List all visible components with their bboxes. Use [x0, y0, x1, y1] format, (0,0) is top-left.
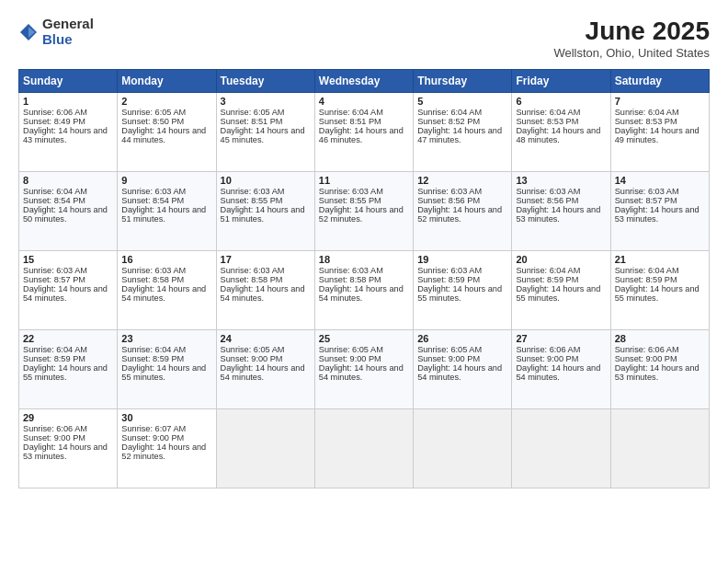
daylight-label: Daylight: 14 hours and 55 minutes. — [23, 363, 108, 382]
sunset-label: Sunset: 9:00 PM — [615, 354, 677, 363]
calendar-day-cell: 29Sunrise: 6:06 AMSunset: 9:00 PMDayligh… — [19, 409, 118, 488]
calendar-day-cell: 5Sunrise: 6:04 AMSunset: 8:52 PMDaylight… — [414, 93, 512, 172]
day-number: 2 — [121, 96, 211, 107]
daylight-label: Daylight: 14 hours and 53 minutes. — [615, 363, 700, 382]
sunrise-label: Sunrise: 6:04 AM — [319, 108, 383, 117]
daylight-label: Daylight: 14 hours and 54 minutes. — [516, 363, 600, 382]
day-number: 7 — [615, 96, 705, 107]
sunset-label: Sunset: 8:50 PM — [121, 117, 184, 126]
logo: General Blue — [18, 17, 94, 47]
calendar-day-cell: 7Sunrise: 6:04 AMSunset: 8:53 PMDaylight… — [610, 93, 709, 172]
calendar-day-cell — [512, 409, 610, 488]
title-block: June 2025 Wellston, Ohio, United States — [553, 17, 710, 60]
daylight-label: Daylight: 14 hours and 54 minutes. — [221, 363, 305, 382]
sunset-label: Sunset: 8:58 PM — [121, 275, 184, 284]
day-number: 1 — [23, 96, 113, 107]
daylight-label: Daylight: 14 hours and 48 minutes. — [516, 126, 600, 144]
sunset-label: Sunset: 8:51 PM — [319, 117, 381, 126]
day-number: 29 — [23, 412, 113, 423]
calendar-day-cell: 15Sunrise: 6:03 AMSunset: 8:57 PMDayligh… — [19, 251, 118, 330]
calendar-day-cell: 13Sunrise: 6:03 AMSunset: 8:56 PMDayligh… — [512, 172, 610, 251]
calendar-day-cell: 19Sunrise: 6:03 AMSunset: 8:59 PMDayligh… — [414, 251, 512, 330]
calendar-day-cell: 16Sunrise: 6:03 AMSunset: 8:58 PMDayligh… — [118, 251, 216, 330]
daylight-label: Daylight: 14 hours and 51 minutes. — [121, 205, 206, 224]
sunrise-label: Sunrise: 6:03 AM — [221, 266, 285, 275]
calendar-day-cell: 6Sunrise: 6:04 AMSunset: 8:53 PMDaylight… — [512, 93, 610, 172]
sunrise-label: Sunrise: 6:03 AM — [417, 187, 482, 196]
sunset-label: Sunset: 9:00 PM — [516, 354, 578, 363]
calendar-day-cell — [610, 409, 709, 488]
calendar-day-cell: 24Sunrise: 6:05 AMSunset: 9:00 PMDayligh… — [216, 330, 314, 409]
day-number: 26 — [417, 333, 507, 344]
sunrise-label: Sunrise: 6:05 AM — [121, 108, 186, 117]
header-row: Sunday Monday Tuesday Wednesday Thursday… — [19, 70, 710, 93]
calendar-day-cell: 27Sunrise: 6:06 AMSunset: 9:00 PMDayligh… — [512, 330, 610, 409]
sunrise-label: Sunrise: 6:04 AM — [615, 266, 679, 275]
calendar-day-cell: 21Sunrise: 6:04 AMSunset: 8:59 PMDayligh… — [610, 251, 709, 330]
logo-icon — [18, 22, 39, 42]
daylight-label: Daylight: 14 hours and 44 minutes. — [121, 126, 206, 144]
daylight-label: Daylight: 14 hours and 52 minutes. — [319, 205, 404, 224]
daylight-label: Daylight: 14 hours and 55 minutes. — [615, 284, 700, 303]
daylight-label: Daylight: 14 hours and 47 minutes. — [417, 126, 502, 144]
daylight-label: Daylight: 14 hours and 52 minutes. — [121, 442, 206, 461]
calendar-day-cell: 22Sunrise: 6:04 AMSunset: 8:59 PMDayligh… — [19, 330, 118, 409]
calendar-day-cell: 14Sunrise: 6:03 AMSunset: 8:57 PMDayligh… — [610, 172, 709, 251]
sunrise-label: Sunrise: 6:03 AM — [417, 266, 482, 275]
sunrise-label: Sunrise: 6:05 AM — [221, 108, 285, 117]
calendar-day-cell: 8Sunrise: 6:04 AMSunset: 8:54 PMDaylight… — [19, 172, 118, 251]
day-number: 22 — [23, 333, 113, 344]
col-sunday: Sunday — [19, 70, 118, 93]
sunset-label: Sunset: 8:49 PM — [23, 117, 85, 126]
daylight-label: Daylight: 14 hours and 54 minutes. — [121, 284, 206, 303]
calendar-week-row: 1Sunrise: 6:06 AMSunset: 8:49 PMDaylight… — [19, 93, 710, 172]
sunset-label: Sunset: 9:00 PM — [417, 354, 480, 363]
daylight-label: Daylight: 14 hours and 55 minutes. — [121, 363, 206, 382]
day-number: 6 — [516, 96, 606, 107]
day-number: 15 — [23, 254, 113, 265]
calendar-day-cell: 10Sunrise: 6:03 AMSunset: 8:55 PMDayligh… — [216, 172, 314, 251]
calendar-day-cell: 1Sunrise: 6:06 AMSunset: 8:49 PMDaylight… — [19, 93, 118, 172]
sunset-label: Sunset: 8:59 PM — [615, 275, 677, 284]
sunset-label: Sunset: 8:56 PM — [417, 196, 480, 205]
daylight-label: Daylight: 14 hours and 43 minutes. — [23, 126, 108, 144]
daylight-label: Daylight: 14 hours and 54 minutes. — [319, 363, 404, 382]
calendar-day-cell: 11Sunrise: 6:03 AMSunset: 8:55 PMDayligh… — [314, 172, 413, 251]
calendar-week-row: 8Sunrise: 6:04 AMSunset: 8:54 PMDaylight… — [19, 172, 710, 251]
sunrise-label: Sunrise: 6:03 AM — [23, 266, 87, 275]
calendar-day-cell: 25Sunrise: 6:05 AMSunset: 9:00 PMDayligh… — [314, 330, 413, 409]
daylight-label: Daylight: 14 hours and 55 minutes. — [417, 284, 502, 303]
daylight-label: Daylight: 14 hours and 54 minutes. — [417, 363, 502, 382]
calendar-day-cell — [414, 409, 512, 488]
logo-blue-text: Blue — [42, 32, 94, 48]
col-saturday: Saturday — [610, 70, 709, 93]
day-number: 12 — [417, 175, 507, 186]
day-number: 21 — [615, 254, 705, 265]
sunset-label: Sunset: 8:59 PM — [516, 275, 578, 284]
sunset-label: Sunset: 8:57 PM — [615, 196, 677, 205]
day-number: 23 — [121, 333, 211, 344]
sunrise-label: Sunrise: 6:04 AM — [121, 345, 186, 354]
sunset-label: Sunset: 9:00 PM — [221, 354, 283, 363]
calendar-day-cell: 2Sunrise: 6:05 AMSunset: 8:50 PMDaylight… — [118, 93, 216, 172]
sunset-label: Sunset: 8:56 PM — [516, 196, 578, 205]
daylight-label: Daylight: 14 hours and 55 minutes. — [516, 284, 600, 303]
day-number: 14 — [615, 175, 705, 186]
calendar-day-cell: 12Sunrise: 6:03 AMSunset: 8:56 PMDayligh… — [414, 172, 512, 251]
day-number: 16 — [121, 254, 211, 265]
sunset-label: Sunset: 9:00 PM — [23, 433, 85, 442]
sunrise-label: Sunrise: 6:03 AM — [121, 266, 186, 275]
sunrise-label: Sunrise: 6:04 AM — [23, 345, 87, 354]
daylight-label: Daylight: 14 hours and 54 minutes. — [319, 284, 404, 303]
daylight-label: Daylight: 14 hours and 52 minutes. — [417, 205, 502, 224]
day-number: 3 — [221, 96, 311, 107]
calendar-week-row: 22Sunrise: 6:04 AMSunset: 8:59 PMDayligh… — [19, 330, 710, 409]
calendar-day-cell: 30Sunrise: 6:07 AMSunset: 9:00 PMDayligh… — [118, 409, 216, 488]
sunset-label: Sunset: 8:52 PM — [417, 117, 480, 126]
daylight-label: Daylight: 14 hours and 51 minutes. — [221, 205, 305, 224]
daylight-label: Daylight: 14 hours and 53 minutes. — [615, 205, 700, 224]
sunrise-label: Sunrise: 6:04 AM — [23, 187, 87, 196]
calendar-day-cell: 26Sunrise: 6:05 AMSunset: 9:00 PMDayligh… — [414, 330, 512, 409]
sunrise-label: Sunrise: 6:03 AM — [121, 187, 186, 196]
daylight-label: Daylight: 14 hours and 53 minutes. — [23, 442, 108, 461]
